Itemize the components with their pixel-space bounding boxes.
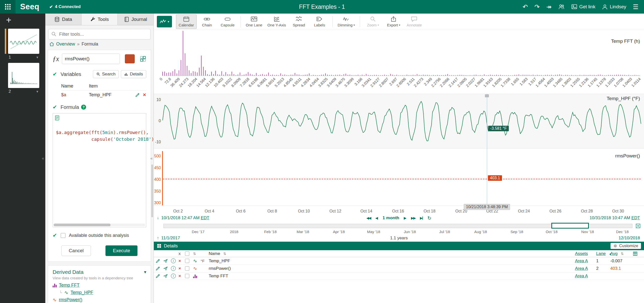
temp-signal-chart[interactable] (154, 94, 644, 148)
editor-h-scrollbar[interactable] (54, 224, 145, 226)
remove-item-icon[interactable]: × (178, 274, 185, 279)
variable-search-button[interactable]: Search (93, 70, 119, 78)
select-all-checkbox[interactable] (185, 251, 189, 256)
cancel-button[interactable]: Cancel (61, 245, 91, 256)
remove-item-icon[interactable]: × (178, 258, 185, 264)
sort-avg-icon[interactable]: ⇅ (621, 252, 624, 256)
formula-doc-icon[interactable] (55, 115, 60, 121)
edit-item-icon[interactable] (156, 266, 160, 271)
navigate-icon[interactable] (163, 266, 168, 271)
row-checkbox[interactable] (185, 266, 189, 271)
cursor-line[interactable] (487, 94, 487, 209)
step-to-end-icon[interactable]: ▶ (420, 216, 423, 220)
range-duration[interactable]: 1 month (383, 215, 399, 221)
info-icon[interactable]: i (171, 274, 176, 278)
step-back-icon[interactable]: ◀ (375, 216, 378, 220)
home-icon[interactable] (49, 42, 54, 47)
fft-lane-label[interactable]: Temp FFT (h) (611, 38, 640, 44)
worksheet-2-chevron-icon[interactable]: ▾ (36, 89, 38, 94)
formula-name-input[interactable] (62, 54, 120, 64)
panel-scrollbar[interactable] (151, 164, 153, 217)
assets-column-header[interactable]: Assets (575, 251, 596, 256)
asset-link[interactable]: Area A (575, 266, 596, 271)
toolbar-dimming-button[interactable]: Dimming ▾ (335, 14, 357, 29)
worksheet-1-thumbnail[interactable] (8, 29, 39, 54)
tab-data[interactable]: Data (45, 14, 82, 25)
navigate-icon[interactable] (163, 274, 168, 278)
edit-variable-icon[interactable] (135, 93, 140, 97)
asset-link[interactable]: Area A (575, 258, 596, 264)
help-icon[interactable]: ? (81, 105, 86, 110)
column-picker-icon[interactable] (633, 251, 644, 256)
edit-item-icon[interactable] (156, 259, 160, 263)
toolbar-capsule-button[interactable]: Capsule (217, 14, 238, 29)
available-checkbox[interactable] (61, 233, 65, 238)
remove-all-header[interactable]: x (178, 251, 185, 256)
color-swatch-button[interactable] (125, 54, 135, 63)
variable-details-button[interactable]: Details (121, 70, 146, 78)
customize-button[interactable]: Customize (611, 243, 641, 249)
formula-code[interactable]: $a.aggregate(fft(5min).rmsPower(), capsu… (56, 129, 154, 143)
toolbar-spread-button[interactable]: Spread (289, 14, 309, 29)
worksheet-2-thumbnail[interactable] (8, 63, 39, 88)
info-icon[interactable]: i (171, 266, 176, 271)
users-icon[interactable] (558, 4, 565, 10)
undo-icon[interactable]: ↶ (523, 4, 528, 10)
range-end[interactable]: 10/31/2018 10:47 AM EDT (590, 215, 640, 221)
step-forward-fast-icon[interactable]: ▶▶ (411, 216, 415, 220)
rms-lane[interactable] (154, 151, 644, 206)
toolbar-calendar-button[interactable]: Calendar (176, 14, 197, 29)
hamburger-icon[interactable]: ☰ (633, 4, 638, 10)
toolbar-chain-button[interactable]: Chain (197, 14, 217, 29)
temp-lane-label[interactable]: Temp_HPF (°F) (607, 96, 640, 101)
derived-item-link[interactable]: Temp_HPF (70, 290, 93, 295)
name-column-header[interactable]: Name (209, 251, 220, 256)
fft-chart[interactable]: 072.836.40924.27318.20414.56412.13610.40… (154, 30, 644, 93)
timeline-selection[interactable] (551, 223, 589, 229)
row-checkbox[interactable] (185, 259, 189, 263)
lane-column-header[interactable]: Lane (596, 251, 606, 256)
toolbar-one-lane-button[interactable]: One Lane (243, 14, 265, 29)
toolbar-labels-button[interactable]: Labels (309, 14, 330, 29)
timeline-maximize-icon[interactable] (636, 224, 640, 228)
formula-editor[interactable]: $a.aggregate(fft(5min).rmsPower(), capsu… (53, 113, 146, 227)
collapse-panel-handle[interactable]: « (150, 156, 153, 161)
trend-chart[interactable]: 072.836.40924.27318.20414.56412.13610.40… (154, 30, 644, 213)
worksheet-1-chevron-icon[interactable]: ▾ (36, 55, 38, 60)
tab-tools[interactable]: Tools (82, 14, 118, 25)
rms-lane-label[interactable]: rmsPower() (615, 153, 640, 159)
sort-name-icon[interactable]: ⇅ (223, 252, 226, 256)
derived-item-link[interactable]: rmsPower() (59, 297, 82, 302)
get-link-button[interactable]: Get link (571, 4, 595, 10)
step-back-fast-icon[interactable]: ◀◀ (366, 216, 371, 220)
remove-item-icon[interactable]: × (178, 266, 185, 271)
toolbar-one-y-axis-button[interactable]: One Y-Axis (265, 14, 289, 29)
fast-forward-icon[interactable]: ↠ (546, 4, 552, 10)
remove-variable-icon[interactable]: ✕ (143, 92, 146, 98)
filter-tools-input[interactable] (48, 29, 151, 39)
execute-button[interactable]: Execute (105, 245, 137, 256)
toolbar-export-button[interactable]: Export ▾ (383, 14, 404, 29)
cursor-handle[interactable] (485, 94, 489, 97)
breadcrumb-overview-link[interactable]: Overview (56, 41, 75, 47)
new-worksheet-button[interactable]: + (6, 16, 11, 25)
refresh-icon[interactable]: ↻ (427, 215, 432, 221)
navigate-icon[interactable] (163, 259, 168, 263)
user-menu[interactable]: Lindsey (602, 4, 626, 10)
row-checkbox[interactable] (185, 274, 189, 278)
table-view-icon[interactable] (140, 56, 146, 62)
step-forward-icon[interactable]: ▶ (404, 216, 407, 220)
info-icon[interactable]: i (171, 258, 176, 263)
view-mode-dropdown-button[interactable]: ▾ (157, 16, 172, 27)
tab-journal[interactable]: Journal (118, 14, 154, 25)
edit-item-icon[interactable] (156, 274, 160, 278)
range-start[interactable]: ↓ 10/1/2018 12:47 AM EDT (157, 215, 209, 221)
redo-icon[interactable]: ↷ (534, 4, 540, 10)
asset-link[interactable]: Area A (575, 274, 596, 279)
sort-type-icon[interactable]: ⇅ (193, 252, 201, 256)
avg-column-header[interactable]: Avg (610, 251, 618, 256)
derived-item-link[interactable]: Temp FFT (59, 283, 80, 288)
derived-collapse-icon[interactable]: ▾ (144, 269, 146, 275)
app-grid-icon[interactable] (0, 0, 16, 14)
collapse-rail-handle[interactable]: « (42, 156, 44, 161)
